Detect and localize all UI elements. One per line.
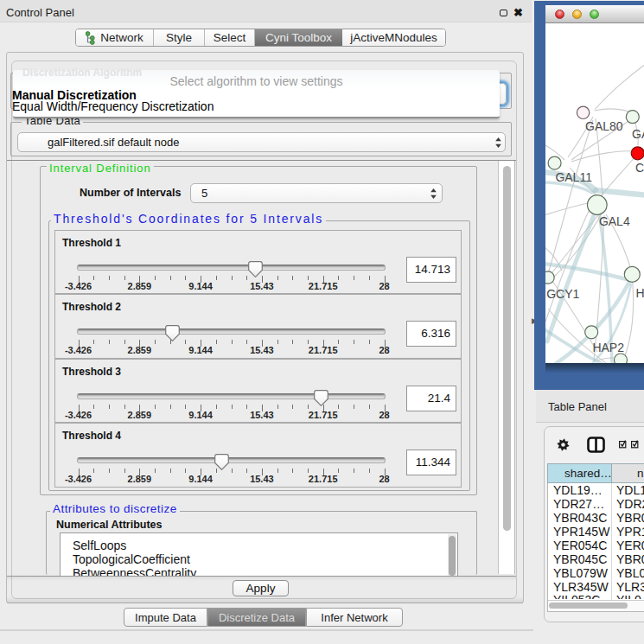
svg-text:GA: GA <box>632 127 644 141</box>
svg-text:GAL80: GAL80 <box>585 119 623 133</box>
svg-text:H: H <box>636 286 644 300</box>
svg-text:GAL4: GAL4 <box>599 214 630 228</box>
svg-text:C: C <box>635 161 644 175</box>
svg-text:HAP2: HAP2 <box>592 341 624 354</box>
svg-text:GCY1: GCY1 <box>546 287 579 301</box>
svg-text:GAL11: GAL11 <box>555 170 592 184</box>
